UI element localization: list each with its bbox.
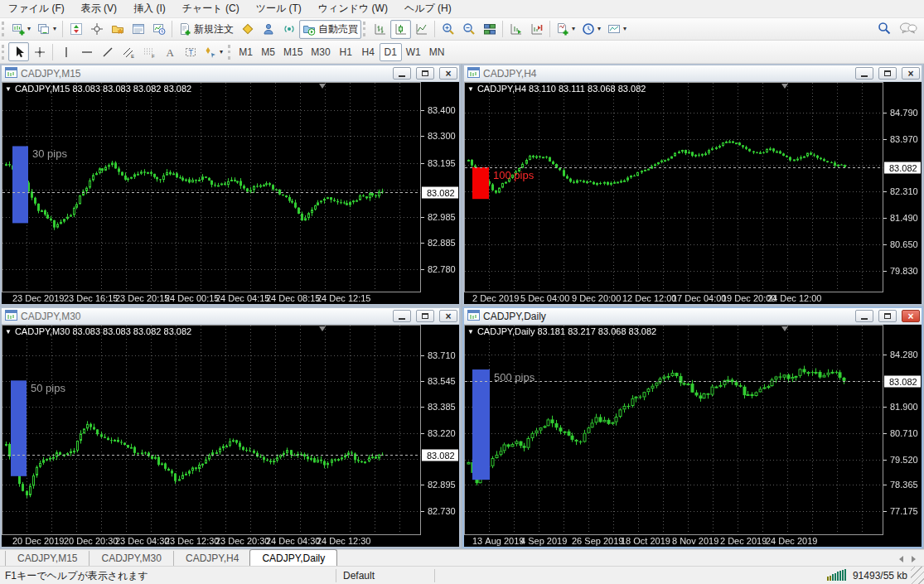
cursor-button[interactable] <box>8 42 29 61</box>
signals-button[interactable] <box>278 20 299 39</box>
line-chart-type-button[interactable] <box>411 20 432 39</box>
resize-grip[interactable] <box>911 567 924 584</box>
menu-item[interactable]: チャート (C) <box>174 0 248 17</box>
search-icon[interactable] <box>878 22 891 37</box>
restore-button[interactable] <box>416 310 434 322</box>
minimize-button[interactable] <box>393 310 411 322</box>
templates-button[interactable]: ▾ <box>604 20 630 39</box>
timeframe-button[interactable]: H4 <box>357 43 380 61</box>
separator <box>52 44 53 60</box>
chart-window-daily[interactable]: CADJPY,Daily × ▼CADJPY,Daily 83.181 83.2… <box>462 306 923 548</box>
vertical-line-button[interactable] <box>56 42 76 61</box>
trendline-button[interactable] <box>97 42 118 61</box>
channel-icon: E <box>122 46 135 59</box>
chart-tab[interactable]: CADJPY,H4 <box>173 551 250 566</box>
chart-tab[interactable]: CADJPY,M15 <box>5 551 89 566</box>
tile-windows-button[interactable] <box>479 20 500 39</box>
close-button[interactable]: × <box>902 67 920 80</box>
menu-item[interactable]: 挿入 (I) <box>125 0 174 17</box>
new-order-button[interactable]: 新規注文 <box>175 20 237 39</box>
horizontal-line-button[interactable] <box>76 42 97 61</box>
data-window-button[interactable] <box>86 20 107 39</box>
navigator-button[interactable] <box>107 20 128 39</box>
timeframe-button[interactable]: M5 <box>257 43 279 61</box>
minimize-button[interactable] <box>393 67 411 80</box>
terminal-button[interactable] <box>128 20 148 39</box>
restore-button[interactable] <box>878 67 897 80</box>
chevron-down-icon: ▾ <box>220 49 223 56</box>
toolbar-grip[interactable] <box>363 22 367 36</box>
menu-item[interactable]: ファイル (F) <box>0 0 73 17</box>
timeframe-button[interactable]: MN <box>425 43 449 61</box>
profiles-button[interactable]: ▾ <box>34 20 60 39</box>
toolbar-grip[interactable] <box>2 45 6 60</box>
menu-item[interactable]: ウィンドウ (W) <box>310 0 396 17</box>
community-chat-icon[interactable] <box>899 22 917 37</box>
new-chart-button[interactable]: ▾ <box>8 20 34 39</box>
chart-area[interactable]: ▼CADJPY,H4 83.110 83.111 83.068 83.082 <box>464 82 922 304</box>
metaeditor-button[interactable] <box>237 20 258 39</box>
chart-window-m30[interactable]: CADJPY,M30 × ▼CADJPY,M30 83.083 83.083 8… <box>0 306 461 548</box>
strategy-tester-button[interactable] <box>148 20 169 39</box>
scroll-left-icon[interactable] <box>899 556 903 562</box>
scroll-right-icon[interactable] <box>912 556 916 562</box>
toolbar-grip[interactable] <box>2 22 6 36</box>
equidistant-channel-button[interactable]: E <box>118 42 138 61</box>
window-titlebar[interactable]: CADJPY,M15 × <box>2 65 459 82</box>
restore-icon <box>884 313 891 319</box>
timeframe-button[interactable]: M30 <box>307 43 334 61</box>
close-icon: × <box>907 311 913 321</box>
text-label-button[interactable]: T <box>180 42 201 61</box>
chart-canvas-daily[interactable] <box>464 325 922 547</box>
chart-canvas-h4[interactable] <box>464 82 922 304</box>
chart-tab[interactable]: CADJPY,M30 <box>89 551 172 566</box>
chart-window-m15[interactable]: CADJPY,M15 × ▼CADJPY,M15 83.083 83.083 8… <box>0 64 461 306</box>
restore-button[interactable] <box>416 67 434 80</box>
menu-item[interactable]: 表示 (V) <box>73 0 125 17</box>
zoom-out-button[interactable] <box>458 20 479 39</box>
window-titlebar[interactable]: CADJPY,M30 × <box>2 308 459 325</box>
candlestick-type-button[interactable] <box>390 20 411 39</box>
toolbar-grip[interactable] <box>228 45 232 60</box>
close-button[interactable]: × <box>902 310 920 322</box>
close-button[interactable]: × <box>439 310 457 322</box>
chart-shift-button[interactable] <box>526 20 547 39</box>
chart-canvas-m15[interactable] <box>2 82 459 304</box>
publisher-button[interactable] <box>258 20 278 39</box>
text-button[interactable]: A <box>159 42 180 61</box>
periods-button[interactable]: ▾ <box>578 20 604 39</box>
connection-status[interactable]: 91493/55 kb <box>827 569 911 583</box>
chart-window-h4[interactable]: CADJPY,H4 × ▼CADJPY,H4 83.110 83.111 83.… <box>462 64 923 306</box>
timeframe-button[interactable]: D1 <box>380 43 402 61</box>
restore-button[interactable] <box>878 310 897 322</box>
menu-item[interactable]: ツール (T) <box>248 0 310 17</box>
fibonacci-button[interactable]: F <box>138 42 159 61</box>
chart-area[interactable]: ▼CADJPY,Daily 83.181 83.217 83.068 83.08… <box>464 325 922 547</box>
status-profile[interactable]: Default <box>336 570 434 582</box>
chart-area[interactable]: ▼CADJPY,M15 83.083 83.083 83.082 83.082 <box>2 82 459 304</box>
timeframe-button[interactable]: M15 <box>279 43 307 61</box>
minimize-button[interactable] <box>855 67 873 80</box>
crosshair-button[interactable] <box>29 42 50 61</box>
tile-windows-icon <box>483 22 496 36</box>
timeframe-button[interactable]: W1 <box>402 43 425 61</box>
zoom-in-button[interactable] <box>438 20 458 39</box>
timeframe-button[interactable]: H1 <box>335 43 357 61</box>
bar-chart-type-button[interactable] <box>370 20 390 39</box>
chart-area[interactable]: ▼CADJPY,M30 83.083 83.083 83.082 83.082 <box>2 325 459 547</box>
chart-tab[interactable]: CADJPY,Daily <box>249 549 337 566</box>
market-watch-button[interactable] <box>65 20 86 39</box>
indicators-button[interactable]: ▾ <box>553 20 578 39</box>
menu-item[interactable]: ヘルプ (H) <box>396 0 460 17</box>
window-titlebar[interactable]: CADJPY,Daily × <box>464 308 922 325</box>
autotrading-button[interactable]: 自動売買 <box>299 20 361 39</box>
chart-canvas-m30[interactable] <box>2 325 459 547</box>
window-titlebar[interactable]: CADJPY,H4 × <box>464 65 922 82</box>
auto-scroll-button[interactable] <box>506 20 526 39</box>
minimize-button[interactable] <box>855 310 873 322</box>
crosshair-icon <box>33 46 46 59</box>
minimize-icon <box>861 75 868 77</box>
close-button[interactable]: × <box>439 67 457 80</box>
arrows-button[interactable]: ▾ <box>201 42 226 61</box>
timeframe-button[interactable]: M1 <box>235 43 257 61</box>
